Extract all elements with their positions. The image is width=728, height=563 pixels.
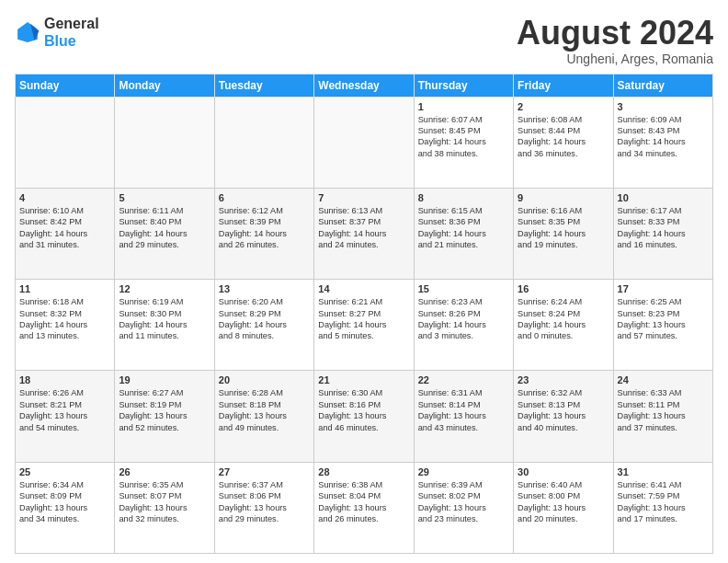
calendar-cell: 22Sunrise: 6:31 AMSunset: 8:14 PMDayligh… — [414, 371, 513, 462]
day-number: 16 — [518, 283, 609, 294]
calendar-cell: 18Sunrise: 6:26 AMSunset: 8:21 PMDayligh… — [16, 371, 115, 462]
calendar-cell: 15Sunrise: 6:23 AMSunset: 8:26 PMDayligh… — [414, 280, 513, 371]
day-number: 4 — [19, 192, 110, 203]
calendar-cell: 7Sunrise: 6:13 AMSunset: 8:37 PMDaylight… — [314, 188, 414, 279]
day-info: Sunrise: 6:24 AMSunset: 8:24 PMDaylight:… — [518, 296, 609, 342]
day-number: 1 — [418, 101, 509, 112]
subtitle: Ungheni, Arges, Romania — [517, 52, 713, 66]
header-day-saturday: Saturday — [613, 74, 712, 97]
day-number: 28 — [318, 466, 409, 477]
day-info: Sunrise: 6:34 AMSunset: 8:09 PMDaylight:… — [19, 479, 110, 525]
calendar-cell: 20Sunrise: 6:28 AMSunset: 8:18 PMDayligh… — [214, 371, 313, 462]
day-number: 2 — [518, 101, 609, 112]
calendar-cell: 29Sunrise: 6:39 AMSunset: 8:02 PMDayligh… — [414, 462, 513, 553]
day-number: 26 — [119, 466, 210, 477]
day-number: 21 — [318, 374, 409, 385]
day-info: Sunrise: 6:11 AMSunset: 8:40 PMDaylight:… — [119, 205, 210, 251]
day-number: 7 — [318, 192, 409, 203]
day-info: Sunrise: 6:13 AMSunset: 8:37 PMDaylight:… — [318, 205, 409, 251]
day-number: 11 — [19, 283, 110, 294]
day-number: 17 — [618, 283, 709, 294]
day-number: 30 — [518, 466, 609, 477]
day-number: 15 — [418, 283, 509, 294]
header-day-friday: Friday — [514, 74, 613, 97]
logo-line2: Blue — [44, 32, 99, 50]
day-info: Sunrise: 6:20 AMSunset: 8:29 PMDaylight:… — [219, 296, 310, 342]
header-day-thursday: Thursday — [414, 74, 513, 97]
calendar-week-5: 25Sunrise: 6:34 AMSunset: 8:09 PMDayligh… — [16, 462, 713, 553]
day-number: 13 — [219, 283, 310, 294]
calendar-cell: 25Sunrise: 6:34 AMSunset: 8:09 PMDayligh… — [16, 462, 115, 553]
day-number: 23 — [518, 374, 609, 385]
day-info: Sunrise: 6:30 AMSunset: 8:16 PMDaylight:… — [318, 387, 409, 433]
day-info: Sunrise: 6:12 AMSunset: 8:39 PMDaylight:… — [219, 205, 310, 251]
calendar-cell: 1Sunrise: 6:07 AMSunset: 8:45 PMDaylight… — [414, 97, 513, 188]
day-info: Sunrise: 6:18 AMSunset: 8:32 PMDaylight:… — [19, 296, 110, 342]
day-info: Sunrise: 6:31 AMSunset: 8:14 PMDaylight:… — [418, 387, 509, 433]
day-info: Sunrise: 6:08 AMSunset: 8:44 PMDaylight:… — [518, 114, 609, 160]
day-number: 18 — [19, 374, 110, 385]
day-number: 14 — [318, 283, 409, 294]
day-number: 29 — [418, 466, 509, 477]
calendar-cell: 27Sunrise: 6:37 AMSunset: 8:06 PMDayligh… — [214, 462, 313, 553]
day-info: Sunrise: 6:35 AMSunset: 8:07 PMDaylight:… — [119, 479, 210, 525]
calendar-cell: 12Sunrise: 6:19 AMSunset: 8:30 PMDayligh… — [115, 280, 214, 371]
day-info: Sunrise: 6:17 AMSunset: 8:33 PMDaylight:… — [618, 205, 709, 251]
calendar-cell: 23Sunrise: 6:32 AMSunset: 8:13 PMDayligh… — [514, 371, 613, 462]
day-number: 31 — [618, 466, 709, 477]
logo: General Blue — [15, 15, 99, 50]
day-info: Sunrise: 6:27 AMSunset: 8:19 PMDaylight:… — [119, 387, 210, 433]
header-day-monday: Monday — [115, 74, 214, 97]
month-title: August 2024 — [517, 15, 713, 52]
calendar-cell: 9Sunrise: 6:16 AMSunset: 8:35 PMDaylight… — [514, 188, 613, 279]
day-info: Sunrise: 6:28 AMSunset: 8:18 PMDaylight:… — [219, 387, 310, 433]
day-info: Sunrise: 6:23 AMSunset: 8:26 PMDaylight:… — [418, 296, 509, 342]
calendar-cell: 30Sunrise: 6:40 AMSunset: 8:00 PMDayligh… — [514, 462, 613, 553]
day-info: Sunrise: 6:37 AMSunset: 8:06 PMDaylight:… — [219, 479, 310, 525]
calendar-cell: 4Sunrise: 6:10 AMSunset: 8:42 PMDaylight… — [16, 188, 115, 279]
calendar-cell: 13Sunrise: 6:20 AMSunset: 8:29 PMDayligh… — [214, 280, 313, 371]
calendar-cell: 6Sunrise: 6:12 AMSunset: 8:39 PMDaylight… — [214, 188, 313, 279]
day-info: Sunrise: 6:39 AMSunset: 8:02 PMDaylight:… — [418, 479, 509, 525]
header: General Blue August 2024 Ungheni, Arges,… — [15, 15, 713, 66]
day-info: Sunrise: 6:16 AMSunset: 8:35 PMDaylight:… — [518, 205, 609, 251]
calendar-cell: 31Sunrise: 6:41 AMSunset: 7:59 PMDayligh… — [613, 462, 712, 553]
day-info: Sunrise: 6:38 AMSunset: 8:04 PMDaylight:… — [318, 479, 409, 525]
day-info: Sunrise: 6:32 AMSunset: 8:13 PMDaylight:… — [518, 387, 609, 433]
calendar-header-row: SundayMondayTuesdayWednesdayThursdayFrid… — [16, 74, 713, 97]
day-number: 10 — [618, 192, 709, 203]
calendar-cell: 14Sunrise: 6:21 AMSunset: 8:27 PMDayligh… — [314, 280, 414, 371]
calendar-cell: 10Sunrise: 6:17 AMSunset: 8:33 PMDayligh… — [613, 188, 712, 279]
calendar-cell — [16, 97, 115, 188]
page: General Blue August 2024 Ungheni, Arges,… — [0, 0, 728, 563]
day-info: Sunrise: 6:41 AMSunset: 7:59 PMDaylight:… — [618, 479, 709, 525]
day-number: 22 — [418, 374, 509, 385]
calendar-cell: 17Sunrise: 6:25 AMSunset: 8:23 PMDayligh… — [613, 280, 712, 371]
day-info: Sunrise: 6:26 AMSunset: 8:21 PMDaylight:… — [19, 387, 110, 433]
title-block: August 2024 Ungheni, Arges, Romania — [517, 15, 713, 66]
calendar-cell: 8Sunrise: 6:15 AMSunset: 8:36 PMDaylight… — [414, 188, 513, 279]
calendar-cell — [214, 97, 313, 188]
day-number: 25 — [19, 466, 110, 477]
day-number: 27 — [219, 466, 310, 477]
day-number: 19 — [119, 374, 210, 385]
calendar-cell: 19Sunrise: 6:27 AMSunset: 8:19 PMDayligh… — [115, 371, 214, 462]
calendar-week-3: 11Sunrise: 6:18 AMSunset: 8:32 PMDayligh… — [16, 280, 713, 371]
day-info: Sunrise: 6:15 AMSunset: 8:36 PMDaylight:… — [418, 205, 509, 251]
calendar-cell: 26Sunrise: 6:35 AMSunset: 8:07 PMDayligh… — [115, 462, 214, 553]
calendar-cell: 24Sunrise: 6:33 AMSunset: 8:11 PMDayligh… — [613, 371, 712, 462]
calendar-week-4: 18Sunrise: 6:26 AMSunset: 8:21 PMDayligh… — [16, 371, 713, 462]
calendar-week-2: 4Sunrise: 6:10 AMSunset: 8:42 PMDaylight… — [16, 188, 713, 279]
day-number: 6 — [219, 192, 310, 203]
day-info: Sunrise: 6:33 AMSunset: 8:11 PMDaylight:… — [618, 387, 709, 433]
day-info: Sunrise: 6:07 AMSunset: 8:45 PMDaylight:… — [418, 114, 509, 160]
day-number: 24 — [618, 374, 709, 385]
calendar-cell: 3Sunrise: 6:09 AMSunset: 8:43 PMDaylight… — [613, 97, 712, 188]
header-day-tuesday: Tuesday — [214, 74, 313, 97]
logo-icon — [15, 19, 40, 45]
calendar-cell — [314, 97, 414, 188]
day-info: Sunrise: 6:25 AMSunset: 8:23 PMDaylight:… — [618, 296, 709, 342]
calendar-cell: 11Sunrise: 6:18 AMSunset: 8:32 PMDayligh… — [16, 280, 115, 371]
day-number: 5 — [119, 192, 210, 203]
day-number: 8 — [418, 192, 509, 203]
